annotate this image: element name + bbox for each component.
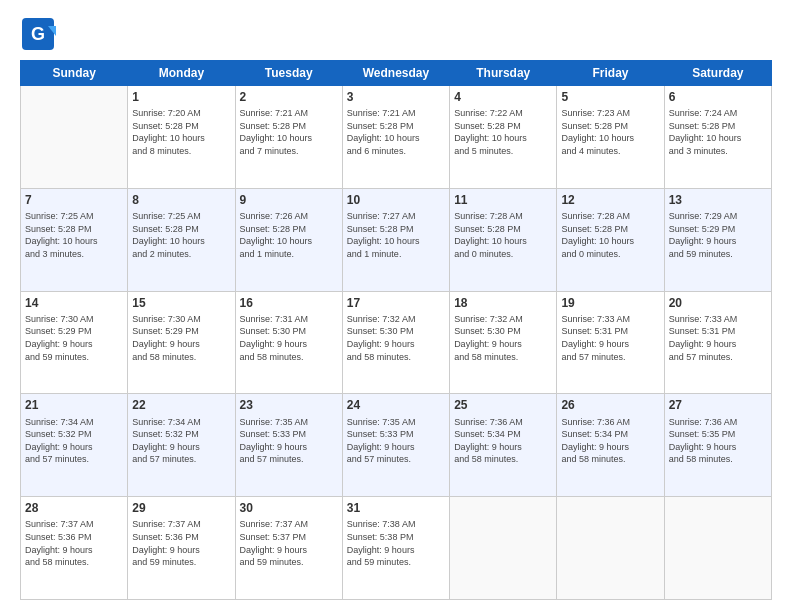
calendar-cell (664, 497, 771, 600)
calendar-cell: 21Sunrise: 7:34 AM Sunset: 5:32 PM Dayli… (21, 394, 128, 497)
day-info: Sunrise: 7:37 AM Sunset: 5:36 PM Dayligh… (25, 518, 123, 568)
day-info: Sunrise: 7:33 AM Sunset: 5:31 PM Dayligh… (561, 313, 659, 363)
day-info: Sunrise: 7:26 AM Sunset: 5:28 PM Dayligh… (240, 210, 338, 260)
day-info: Sunrise: 7:22 AM Sunset: 5:28 PM Dayligh… (454, 107, 552, 157)
day-info: Sunrise: 7:36 AM Sunset: 5:35 PM Dayligh… (669, 416, 767, 466)
day-number: 29 (132, 500, 230, 516)
calendar-cell: 9Sunrise: 7:26 AM Sunset: 5:28 PM Daylig… (235, 188, 342, 291)
day-info: Sunrise: 7:30 AM Sunset: 5:29 PM Dayligh… (25, 313, 123, 363)
calendar-cell: 19Sunrise: 7:33 AM Sunset: 5:31 PM Dayli… (557, 291, 664, 394)
day-number: 16 (240, 295, 338, 311)
calendar-cell (450, 497, 557, 600)
day-header-friday: Friday (557, 61, 664, 86)
day-number: 31 (347, 500, 445, 516)
day-info: Sunrise: 7:24 AM Sunset: 5:28 PM Dayligh… (669, 107, 767, 157)
calendar-cell: 28Sunrise: 7:37 AM Sunset: 5:36 PM Dayli… (21, 497, 128, 600)
day-number: 30 (240, 500, 338, 516)
day-info: Sunrise: 7:36 AM Sunset: 5:34 PM Dayligh… (561, 416, 659, 466)
day-header-saturday: Saturday (664, 61, 771, 86)
day-info: Sunrise: 7:29 AM Sunset: 5:29 PM Dayligh… (669, 210, 767, 260)
day-info: Sunrise: 7:34 AM Sunset: 5:32 PM Dayligh… (132, 416, 230, 466)
day-number: 11 (454, 192, 552, 208)
day-header-sunday: Sunday (21, 61, 128, 86)
day-info: Sunrise: 7:37 AM Sunset: 5:36 PM Dayligh… (132, 518, 230, 568)
calendar-cell: 2Sunrise: 7:21 AM Sunset: 5:28 PM Daylig… (235, 86, 342, 189)
day-number: 17 (347, 295, 445, 311)
calendar-cell: 17Sunrise: 7:32 AM Sunset: 5:30 PM Dayli… (342, 291, 449, 394)
day-info: Sunrise: 7:20 AM Sunset: 5:28 PM Dayligh… (132, 107, 230, 157)
calendar-cell: 18Sunrise: 7:32 AM Sunset: 5:30 PM Dayli… (450, 291, 557, 394)
day-number: 3 (347, 89, 445, 105)
day-info: Sunrise: 7:37 AM Sunset: 5:37 PM Dayligh… (240, 518, 338, 568)
day-header-tuesday: Tuesday (235, 61, 342, 86)
day-number: 21 (25, 397, 123, 413)
header: G (20, 16, 772, 52)
calendar-cell: 1Sunrise: 7:20 AM Sunset: 5:28 PM Daylig… (128, 86, 235, 189)
day-number: 2 (240, 89, 338, 105)
day-header-wednesday: Wednesday (342, 61, 449, 86)
day-number: 27 (669, 397, 767, 413)
day-number: 5 (561, 89, 659, 105)
calendar-cell: 22Sunrise: 7:34 AM Sunset: 5:32 PM Dayli… (128, 394, 235, 497)
day-number: 14 (25, 295, 123, 311)
calendar-cell: 7Sunrise: 7:25 AM Sunset: 5:28 PM Daylig… (21, 188, 128, 291)
day-info: Sunrise: 7:32 AM Sunset: 5:30 PM Dayligh… (454, 313, 552, 363)
day-info: Sunrise: 7:38 AM Sunset: 5:38 PM Dayligh… (347, 518, 445, 568)
day-info: Sunrise: 7:28 AM Sunset: 5:28 PM Dayligh… (454, 210, 552, 260)
calendar-cell: 25Sunrise: 7:36 AM Sunset: 5:34 PM Dayli… (450, 394, 557, 497)
day-info: Sunrise: 7:21 AM Sunset: 5:28 PM Dayligh… (347, 107, 445, 157)
day-info: Sunrise: 7:35 AM Sunset: 5:33 PM Dayligh… (240, 416, 338, 466)
calendar-cell (21, 86, 128, 189)
day-info: Sunrise: 7:25 AM Sunset: 5:28 PM Dayligh… (25, 210, 123, 260)
calendar-cell: 20Sunrise: 7:33 AM Sunset: 5:31 PM Dayli… (664, 291, 771, 394)
day-info: Sunrise: 7:31 AM Sunset: 5:30 PM Dayligh… (240, 313, 338, 363)
day-number: 6 (669, 89, 767, 105)
day-header-monday: Monday (128, 61, 235, 86)
calendar-cell: 4Sunrise: 7:22 AM Sunset: 5:28 PM Daylig… (450, 86, 557, 189)
day-info: Sunrise: 7:36 AM Sunset: 5:34 PM Dayligh… (454, 416, 552, 466)
day-info: Sunrise: 7:27 AM Sunset: 5:28 PM Dayligh… (347, 210, 445, 260)
day-number: 20 (669, 295, 767, 311)
logo: G (20, 16, 60, 52)
day-info: Sunrise: 7:30 AM Sunset: 5:29 PM Dayligh… (132, 313, 230, 363)
day-number: 15 (132, 295, 230, 311)
calendar-header-row: SundayMondayTuesdayWednesdayThursdayFrid… (21, 61, 772, 86)
calendar-cell: 27Sunrise: 7:36 AM Sunset: 5:35 PM Dayli… (664, 394, 771, 497)
calendar-cell: 10Sunrise: 7:27 AM Sunset: 5:28 PM Dayli… (342, 188, 449, 291)
day-number: 7 (25, 192, 123, 208)
day-info: Sunrise: 7:28 AM Sunset: 5:28 PM Dayligh… (561, 210, 659, 260)
calendar-week-row: 21Sunrise: 7:34 AM Sunset: 5:32 PM Dayli… (21, 394, 772, 497)
calendar-week-row: 7Sunrise: 7:25 AM Sunset: 5:28 PM Daylig… (21, 188, 772, 291)
day-number: 25 (454, 397, 552, 413)
calendar-cell: 23Sunrise: 7:35 AM Sunset: 5:33 PM Dayli… (235, 394, 342, 497)
day-number: 18 (454, 295, 552, 311)
calendar-week-row: 28Sunrise: 7:37 AM Sunset: 5:36 PM Dayli… (21, 497, 772, 600)
calendar-cell: 14Sunrise: 7:30 AM Sunset: 5:29 PM Dayli… (21, 291, 128, 394)
day-number: 13 (669, 192, 767, 208)
day-number: 9 (240, 192, 338, 208)
logo-icon: G (20, 16, 56, 52)
calendar-cell: 26Sunrise: 7:36 AM Sunset: 5:34 PM Dayli… (557, 394, 664, 497)
calendar-cell: 3Sunrise: 7:21 AM Sunset: 5:28 PM Daylig… (342, 86, 449, 189)
day-info: Sunrise: 7:32 AM Sunset: 5:30 PM Dayligh… (347, 313, 445, 363)
calendar-cell: 13Sunrise: 7:29 AM Sunset: 5:29 PM Dayli… (664, 188, 771, 291)
day-number: 28 (25, 500, 123, 516)
calendar-cell: 12Sunrise: 7:28 AM Sunset: 5:28 PM Dayli… (557, 188, 664, 291)
calendar-week-row: 1Sunrise: 7:20 AM Sunset: 5:28 PM Daylig… (21, 86, 772, 189)
calendar-week-row: 14Sunrise: 7:30 AM Sunset: 5:29 PM Dayli… (21, 291, 772, 394)
calendar-cell: 29Sunrise: 7:37 AM Sunset: 5:36 PM Dayli… (128, 497, 235, 600)
calendar-cell (557, 497, 664, 600)
day-info: Sunrise: 7:34 AM Sunset: 5:32 PM Dayligh… (25, 416, 123, 466)
calendar-cell: 24Sunrise: 7:35 AM Sunset: 5:33 PM Dayli… (342, 394, 449, 497)
svg-text:G: G (31, 24, 45, 44)
day-info: Sunrise: 7:23 AM Sunset: 5:28 PM Dayligh… (561, 107, 659, 157)
day-number: 19 (561, 295, 659, 311)
day-info: Sunrise: 7:25 AM Sunset: 5:28 PM Dayligh… (132, 210, 230, 260)
calendar-cell: 16Sunrise: 7:31 AM Sunset: 5:30 PM Dayli… (235, 291, 342, 394)
calendar-cell: 31Sunrise: 7:38 AM Sunset: 5:38 PM Dayli… (342, 497, 449, 600)
calendar-cell: 8Sunrise: 7:25 AM Sunset: 5:28 PM Daylig… (128, 188, 235, 291)
calendar-cell: 5Sunrise: 7:23 AM Sunset: 5:28 PM Daylig… (557, 86, 664, 189)
day-number: 1 (132, 89, 230, 105)
day-number: 22 (132, 397, 230, 413)
day-info: Sunrise: 7:21 AM Sunset: 5:28 PM Dayligh… (240, 107, 338, 157)
